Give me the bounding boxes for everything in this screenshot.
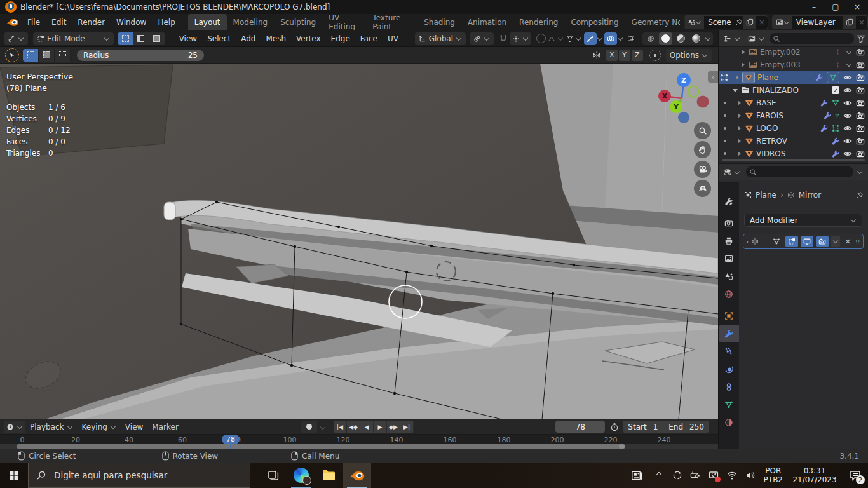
outliner-row-vidros[interactable]: VIDROS	[719, 147, 868, 160]
show-gizmo-button[interactable]	[584, 32, 597, 45]
view-layer-selector[interactable]: ViewLayer ×	[772, 15, 868, 29]
menu-select[interactable]: Select	[202, 34, 236, 43]
viewport-canvas[interactable]: User Perspective (78) Plane Objects1 / 6…	[0, 64, 718, 419]
display-sync-tray-icon[interactable]	[704, 463, 723, 488]
outliner-row-empty002[interactable]: Empty.002	[719, 46, 868, 58]
tab-texture-paint[interactable]: Texture Paint	[366, 14, 417, 30]
taskbar-search-box[interactable]: Digite aqui para pesquisar	[28, 463, 250, 488]
transform-orientation-selector[interactable]: Global	[415, 32, 466, 45]
next-keyframe-button[interactable]: ◆▶	[387, 421, 400, 433]
camera-visibility-icon[interactable]	[856, 149, 865, 158]
menu-playback[interactable]: Playback	[25, 423, 78, 431]
edge-select-mode-button[interactable]	[133, 32, 149, 45]
start-button[interactable]	[0, 463, 28, 488]
battery-tray-icon[interactable]	[686, 463, 704, 488]
outliner-row-logo[interactable]: LOGO	[719, 122, 868, 135]
collapse-icon[interactable]	[733, 89, 738, 92]
modifier-realtime-toggle[interactable]	[801, 236, 813, 247]
file-explorer-taskbar-icon[interactable]	[315, 463, 343, 488]
mesh-data-icon[interactable]	[835, 112, 839, 119]
tab-sculpting[interactable]: Sculpting	[274, 14, 322, 30]
pin-icon[interactable]	[735, 18, 743, 26]
mode-selector[interactable]: Edit Mode	[33, 32, 114, 45]
tab-particles-icon[interactable]	[719, 343, 739, 360]
tab-world-icon[interactable]	[719, 286, 739, 302]
scene-icon[interactable]	[684, 16, 704, 29]
expand-icon[interactable]	[738, 139, 741, 144]
tab-output-icon[interactable]	[719, 233, 739, 249]
xray-toggle-button[interactable]	[625, 32, 637, 45]
modifier-wrench-icon[interactable]	[832, 150, 839, 158]
mirror-y-button[interactable]: Y	[619, 50, 630, 61]
outliner-scrollbar[interactable]	[722, 159, 865, 161]
toolbar-expand-arrow[interactable]: ›	[0, 69, 3, 77]
tab-scene-icon[interactable]	[719, 268, 739, 285]
new-view-layer-icon[interactable]	[843, 16, 856, 29]
timeline-scrollbar-handle[interactable]	[619, 444, 625, 449]
timeline-editor-type-button[interactable]	[4, 421, 25, 433]
scene-selector[interactable]: Scene ×	[684, 15, 768, 29]
minimize-button[interactable]: –	[803, 0, 825, 14]
collection-name[interactable]: FINALIZADO	[752, 86, 832, 95]
tab-view-layer-icon[interactable]	[719, 250, 739, 267]
modifier-wrench-icon[interactable]	[832, 137, 839, 145]
play-reverse-button[interactable]: ◀	[360, 421, 374, 433]
expand-icon[interactable]	[738, 113, 741, 118]
camera-view-button[interactable]	[694, 161, 711, 178]
modifier-on-cage-toggle[interactable]	[770, 236, 783, 247]
play-button[interactable]: ▶	[374, 421, 387, 433]
menu-marker[interactable]: Marker	[147, 423, 182, 431]
proportional-falloff-icon[interactable]	[548, 35, 555, 43]
menu-help[interactable]: Help	[152, 14, 180, 30]
mirror-x-button[interactable]: X	[606, 50, 618, 61]
modifier-extras-chevron[interactable]	[831, 236, 840, 247]
edge-taskbar-icon[interactable]	[287, 463, 315, 488]
expand-icon[interactable]	[736, 75, 739, 80]
modifier-wrench-icon[interactable]	[815, 74, 823, 81]
menu-window[interactable]: Window	[111, 14, 152, 30]
tab-render-icon[interactable]	[719, 215, 739, 231]
menu-vertex[interactable]: Vertex	[291, 34, 326, 43]
tab-uv-editing[interactable]: UV Editing	[322, 14, 366, 30]
wifi-tray-icon[interactable]	[723, 463, 741, 488]
camera-visibility-icon[interactable]	[856, 60, 865, 69]
shading-material-button[interactable]	[674, 32, 688, 45]
modifier-edit-mode-toggle[interactable]	[785, 236, 798, 247]
menu-add[interactable]: Add	[236, 34, 261, 43]
menu-file[interactable]: File	[22, 14, 46, 30]
language-indicator[interactable]: POR PTB2	[764, 466, 783, 484]
object-type-visibility-button[interactable]	[564, 32, 584, 45]
camera-visibility-icon[interactable]	[856, 137, 865, 146]
add-modifier-dropdown[interactable]: Add Modifier	[744, 214, 862, 227]
notification-center-icon[interactable]: 2	[843, 463, 868, 488]
object-name[interactable]: BASE	[756, 98, 820, 107]
volume-tray-icon[interactable]	[741, 463, 760, 488]
current-frame-field[interactable]: 78	[555, 421, 605, 433]
menu-mesh[interactable]: Mesh	[261, 34, 291, 43]
pan-hand-button[interactable]	[694, 141, 711, 158]
camera-visibility-icon[interactable]	[856, 98, 865, 107]
new-scene-icon[interactable]	[743, 16, 756, 29]
mirror-modifier-header[interactable]: › × ⁝⁝	[743, 234, 864, 249]
object-name[interactable]: RETROV	[756, 137, 832, 146]
shading-wireframe-button[interactable]	[644, 32, 657, 45]
eye-visibility-icon[interactable]	[843, 98, 852, 107]
modifier-wrench-icon[interactable]	[824, 112, 831, 119]
menu-render[interactable]: Render	[72, 14, 111, 30]
auto-keying-record-button[interactable]	[301, 421, 317, 433]
menu-keying[interactable]: Keying	[78, 423, 121, 431]
shading-rendered-button[interactable]	[689, 32, 703, 45]
previous-keyframe-button[interactable]: ◀◆	[347, 421, 360, 433]
outliner-row-plane[interactable]: Plane	[719, 71, 868, 84]
outliner-row-retrov[interactable]: RETROV	[719, 135, 868, 147]
outliner-id-type-button[interactable]	[745, 32, 767, 45]
circle-select-tool-icon[interactable]	[5, 48, 19, 62]
expand-icon[interactable]	[738, 100, 741, 105]
menu-edge[interactable]: Edge	[326, 34, 355, 43]
object-name[interactable]: Plane	[757, 73, 815, 82]
playhead-marker[interactable]: 78	[222, 435, 240, 444]
select-subtract-button[interactable]	[55, 49, 71, 62]
outliner-row-base[interactable]: BASE	[719, 97, 868, 109]
mesh-data-icon[interactable]	[832, 99, 839, 107]
menu-edit[interactable]: Edit	[46, 14, 72, 30]
